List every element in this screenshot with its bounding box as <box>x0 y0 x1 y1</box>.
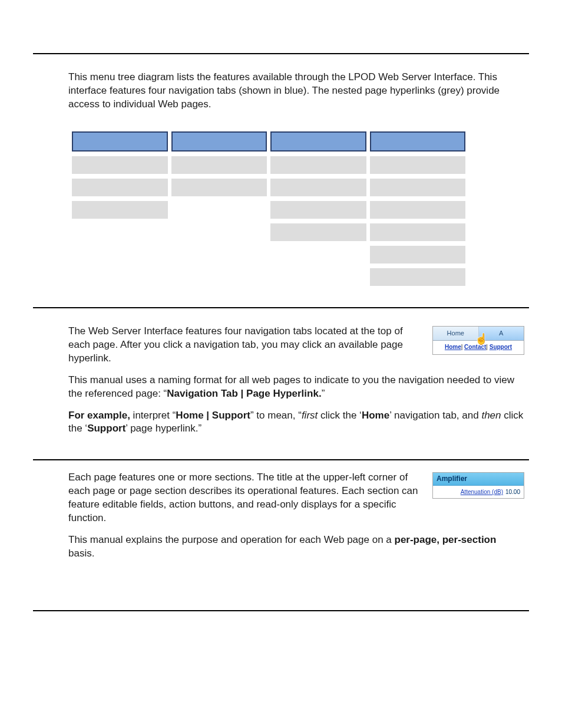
text-italic: then <box>481 410 501 421</box>
text: ’ navigation tab, and <box>389 410 481 421</box>
nav-paragraph-2: This manual uses a naming format for all… <box>68 374 524 401</box>
navigation-section: Home A Home| Contact| Support ☝ The Web … <box>68 325 524 436</box>
thumbnail-tab-a: A <box>479 327 524 340</box>
text-bold: Home <box>362 410 389 421</box>
thumbnail-tab-home: Home <box>433 327 479 340</box>
page-link-cell <box>72 156 168 174</box>
text: click the ‘ <box>318 410 362 421</box>
thumbnail-link-support: Support <box>490 344 512 350</box>
page-link-cell <box>171 179 267 196</box>
menu-tree-diagram <box>68 127 469 291</box>
menu-tree-header-row <box>72 131 465 151</box>
empty-cell <box>72 246 168 263</box>
document-page: This menu tree diagram lists the feature… <box>0 0 562 663</box>
menu-tree-row <box>72 156 465 174</box>
text-bold: For example, <box>68 410 130 421</box>
page-link-cell <box>370 268 466 286</box>
page-link-cell <box>171 156 267 174</box>
text-bold: Home | Support <box>176 410 250 421</box>
empty-cell <box>270 246 366 263</box>
section-thumbnail-key: Attenuation (dB) <box>461 488 503 496</box>
page-link-cell <box>270 201 366 219</box>
empty-cell <box>171 246 267 263</box>
thumbnail-link-home: Home <box>445 344 461 350</box>
nav-tab-cell <box>270 131 366 151</box>
nav-tab-cell <box>171 131 267 151</box>
section-divider <box>33 459 529 460</box>
empty-cell <box>171 223 267 241</box>
thumbnail-links: Home| Contact| Support <box>433 341 524 355</box>
text: basis. <box>68 548 94 559</box>
menu-tree-row <box>72 223 465 241</box>
page-link-cell <box>270 156 366 174</box>
intro-block: This menu tree diagram lists the feature… <box>68 71 524 111</box>
section-divider <box>33 307 529 308</box>
page-link-cell <box>370 223 466 241</box>
text-bold: per-page, per-section <box>395 534 497 545</box>
page-link-cell <box>270 179 366 196</box>
menu-tree-row <box>72 179 465 196</box>
menu-tree-row <box>72 201 465 219</box>
empty-cell <box>171 268 267 286</box>
thumbnail-tabbar: Home A <box>433 327 524 341</box>
text: interpret “ <box>130 410 176 421</box>
text: ” <box>322 388 325 399</box>
nav-paragraph-3: For example, interpret “Home | Support” … <box>68 409 524 436</box>
thumbnail-link-contact: Contact <box>464 344 486 350</box>
section-thumbnail: Amplifier Attenuation (dB) 10.00 <box>432 472 524 499</box>
section-thumbnail-header: Amplifier <box>433 473 524 485</box>
menu-tree-row <box>72 268 465 286</box>
section-divider <box>33 53 529 54</box>
page-link-cell <box>370 201 466 219</box>
intro-paragraph: This menu tree diagram lists the feature… <box>68 71 524 111</box>
nav-tab-cell <box>72 131 168 151</box>
nav-tab-cell <box>370 131 466 151</box>
page-link-cell <box>370 246 466 263</box>
section-divider <box>33 610 529 611</box>
section-thumbnail-row: Attenuation (dB) 10.00 <box>433 486 524 499</box>
menu-tree-row <box>72 246 465 263</box>
empty-cell <box>72 223 168 241</box>
text-bold: Support <box>87 423 125 434</box>
nav-thumbnail: Home A Home| Contact| Support ☝ <box>432 326 524 355</box>
text: This manual explains the purpose and ope… <box>68 534 395 545</box>
text-bold: Navigation Tab | Page Hyperlink. <box>167 388 321 399</box>
page-link-cell <box>270 223 366 241</box>
empty-cell <box>270 268 366 286</box>
sections-block: Amplifier Attenuation (dB) 10.00 Each pa… <box>68 471 524 561</box>
sections-paragraph-2: This manual explains the purpose and ope… <box>68 533 524 561</box>
page-link-cell <box>72 179 168 196</box>
text: ’ page hyperlink.” <box>125 423 201 434</box>
text-italic: first <box>302 410 318 421</box>
section-thumbnail-value: 10.00 <box>505 488 520 496</box>
page-link-cell <box>72 201 168 219</box>
empty-cell <box>171 201 267 219</box>
page-link-cell <box>370 156 466 174</box>
empty-cell <box>72 268 168 286</box>
text: ” to mean, “ <box>250 410 302 421</box>
page-link-cell <box>370 179 466 196</box>
